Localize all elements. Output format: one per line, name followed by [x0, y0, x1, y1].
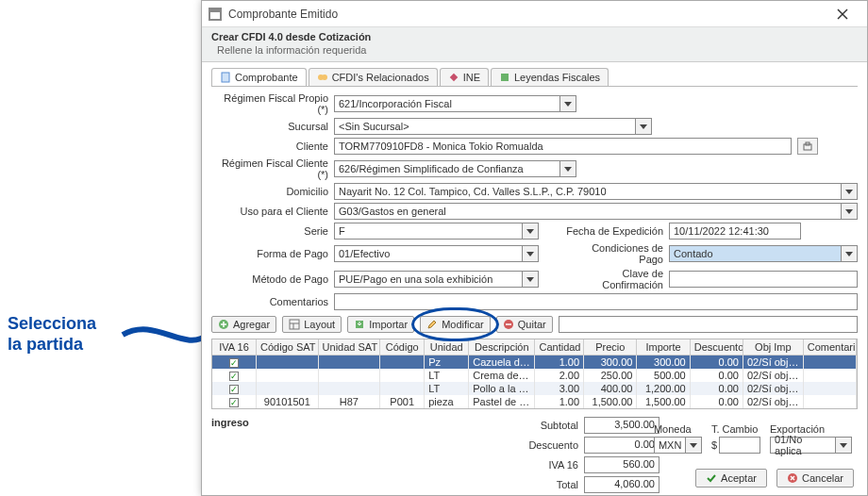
agregar-button[interactable]: Agregar — [211, 316, 276, 333]
cliente-label: Cliente — [211, 141, 334, 152]
table-row[interactable]: ✓LTPollo a la cr...3.00400.001,200.000.0… — [212, 382, 857, 395]
import-icon — [354, 319, 365, 330]
tab-leyendas[interactable]: Leyendas Fiscales — [491, 68, 609, 86]
grid-body: ✓PzCazuela de ...1.00300.00300.000.0002/… — [212, 355, 857, 408]
tcambio-value[interactable] — [719, 437, 760, 454]
cell: Pz — [425, 355, 469, 369]
uso-combo[interactable]: G03/Gastos en general — [334, 203, 858, 220]
col-obj[interactable]: Obj Imp — [743, 339, 804, 355]
cell: 1.00 — [535, 395, 584, 408]
quitar-button[interactable]: Quitar — [496, 316, 553, 333]
cond-combo[interactable]: Contado — [669, 245, 858, 262]
fecha-value[interactable]: 10/11/2022 12:41:30 — [669, 223, 801, 240]
cell — [380, 355, 425, 369]
cell — [257, 382, 319, 395]
sucursal-combo[interactable]: <Sin Sucursal> — [334, 118, 652, 135]
form: Régimen Fiscal Propio (*) 621/Incorporac… — [202, 87, 867, 310]
table-row[interactable]: ✓PzCazuela de ...1.00300.00300.000.0002/… — [212, 355, 857, 369]
chevron-down-icon[interactable] — [842, 203, 858, 220]
comentarios-value[interactable] — [334, 293, 858, 310]
col-com[interactable]: Comentarios — [804, 339, 857, 355]
cell: ✓ — [212, 355, 257, 369]
table-row[interactable]: ✓LTCrema de C...2.00250.00500.000.0002/S… — [212, 369, 857, 382]
cell — [804, 355, 857, 369]
cancelar-button[interactable]: Cancelar — [776, 469, 854, 488]
svg-rect-4 — [222, 73, 229, 82]
domicilio-value: Nayarit No. 12 Col. Tampico, Cd. Valles … — [334, 183, 842, 200]
cell: 02/Sí objeto... — [743, 369, 804, 382]
moneda-combo[interactable]: MXN — [654, 437, 702, 454]
chevron-down-icon[interactable] — [686, 437, 702, 454]
forma-combo[interactable]: 01/Efectivo — [334, 245, 539, 262]
cell: 0.00 — [691, 369, 743, 382]
cell: ✓ — [212, 369, 257, 382]
close-button[interactable] — [824, 1, 861, 27]
col-iva[interactable]: IVA 16 — [212, 339, 257, 355]
col-dto[interactable]: Descuento — [691, 339, 743, 355]
moneda-label: Moneda — [654, 423, 702, 435]
importar-button[interactable]: Importar — [347, 316, 414, 333]
col-uni[interactable]: Unidad — [425, 339, 469, 355]
iva-label: IVA 16 — [548, 459, 578, 471]
cell: Pollo a la cr... — [469, 382, 535, 395]
tab-cfdi-relacionados[interactable]: CFDI's Relacionados — [309, 68, 438, 86]
col-cant[interactable]: Cantidad — [535, 339, 584, 355]
domicilio-combo[interactable]: Nayarit No. 12 Col. Tampico, Cd. Valles … — [334, 183, 858, 200]
toolbar-search[interactable] — [559, 316, 858, 333]
col-imp[interactable]: Importe — [637, 339, 690, 355]
clave-value[interactable] — [669, 271, 858, 288]
chevron-down-icon[interactable] — [523, 223, 539, 240]
regimen-value: 621/Incorporación Fiscal — [334, 95, 560, 112]
cell: Crema de C... — [469, 369, 535, 382]
chevron-down-icon[interactable] — [842, 245, 858, 262]
serie-label: Serie — [211, 225, 334, 237]
cell: 90101501 — [257, 395, 319, 408]
window-title: Comprobante Emitido — [228, 8, 824, 21]
tab-ine[interactable]: INE — [440, 68, 489, 86]
cell: Cazuela de ... — [469, 355, 535, 369]
cond-value: Contado — [669, 245, 842, 262]
export-combo[interactable]: 01/No aplica — [770, 437, 852, 454]
chevron-down-icon[interactable] — [523, 271, 539, 288]
col-desc[interactable]: Descripción — [469, 339, 535, 355]
svg-point-6 — [322, 74, 327, 80]
cliente-pick-button[interactable] — [797, 138, 818, 155]
diamond-icon — [448, 72, 459, 83]
grid-header: IVA 16 Código SAT Unidad SAT Código Unid… — [212, 339, 857, 355]
cliente-value: TORM770910FD8 - Monica Tokio Romualda — [334, 138, 792, 155]
metodo-combo[interactable]: PUE/Pago en una sola exhibición — [334, 271, 539, 288]
serie-combo[interactable]: F — [334, 223, 539, 240]
edit-icon — [426, 319, 438, 330]
table-row[interactable]: ✓90101501H87P001piezaPastel de 3 l...1.0… — [212, 395, 857, 408]
serie-value: F — [334, 223, 523, 240]
cell: 02/Sí objeto... — [743, 382, 804, 395]
col-csat[interactable]: Código SAT — [257, 339, 319, 355]
comentarios-label: Comentarios — [211, 296, 334, 307]
subtitle-hint: Rellene la información requerida — [202, 44, 867, 62]
chevron-down-icon[interactable] — [842, 183, 858, 200]
link-icon — [317, 72, 328, 83]
modificar-button[interactable]: Modificar — [420, 316, 491, 333]
chevron-down-icon[interactable] — [560, 160, 576, 177]
book-icon — [499, 72, 510, 83]
button-label: Layout — [304, 319, 335, 330]
cell — [319, 369, 381, 382]
cell: 1,500.00 — [584, 395, 637, 408]
cell — [257, 355, 319, 369]
regcliente-combo[interactable]: 626/Régimen Simplificado de Confianza — [334, 160, 576, 177]
tab-label: INE — [463, 72, 480, 83]
aceptar-button[interactable]: Aceptar — [695, 469, 767, 488]
col-cod[interactable]: Código — [380, 339, 425, 355]
tab-comprobante[interactable]: Comprobante — [211, 68, 307, 86]
layout-button[interactable]: Layout — [282, 316, 342, 333]
col-prec[interactable]: Precio — [584, 339, 637, 355]
cell: 0.00 — [691, 355, 743, 369]
chevron-down-icon[interactable] — [636, 118, 652, 135]
chevron-down-icon[interactable] — [836, 437, 852, 454]
cell: 300.00 — [637, 355, 690, 369]
chevron-down-icon[interactable] — [560, 95, 576, 112]
regimen-combo[interactable]: 621/Incorporación Fiscal — [334, 95, 576, 112]
chevron-down-icon[interactable] — [523, 245, 539, 262]
cond-label: Condiciones de Pago — [565, 242, 669, 265]
col-usat[interactable]: Unidad SAT — [319, 339, 381, 355]
